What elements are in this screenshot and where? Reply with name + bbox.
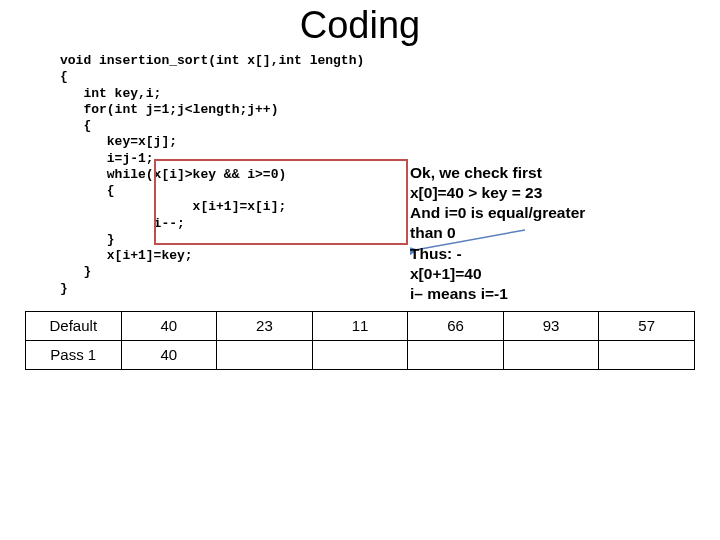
table-cell: 66 — [408, 311, 504, 340]
annot-line: x[0+1]=40 — [410, 264, 640, 284]
annot-line: x[0]=40 > key = 23 — [410, 183, 640, 203]
table-cell: 93 — [503, 311, 599, 340]
table-cell — [312, 340, 408, 369]
table-row: Default 40 23 11 66 93 57 — [26, 311, 695, 340]
table-cell: 40 — [121, 311, 217, 340]
annot-line: than 0 — [410, 223, 640, 243]
annot-line: And i=0 is equal/greater — [410, 203, 640, 223]
table-cell — [599, 340, 695, 369]
annot-line: Ok, we check first — [410, 163, 640, 183]
table-cell — [408, 340, 504, 369]
table-cell: 40 — [121, 340, 217, 369]
annotation-text: Ok, we check first x[0]=40 > key = 23 An… — [410, 163, 640, 304]
slide-title: Coding — [0, 4, 720, 47]
annot-line: Thus: - — [410, 244, 640, 264]
code-block-wrap: void insertion_sort(int x[],int length) … — [60, 53, 440, 297]
table-cell — [503, 340, 599, 369]
table-row: Pass 1 40 — [26, 340, 695, 369]
code-block: void insertion_sort(int x[],int length) … — [60, 53, 440, 297]
table-cell: 57 — [599, 311, 695, 340]
row-label: Default — [26, 311, 122, 340]
table-cell: 23 — [217, 311, 313, 340]
row-label: Pass 1 — [26, 340, 122, 369]
table-cell: 11 — [312, 311, 408, 340]
data-table: Default 40 23 11 66 93 57 Pass 1 40 — [25, 311, 695, 370]
content-area: void insertion_sort(int x[],int length) … — [60, 53, 660, 297]
table-cell — [217, 340, 313, 369]
annot-line: i– means i=-1 — [410, 284, 640, 304]
